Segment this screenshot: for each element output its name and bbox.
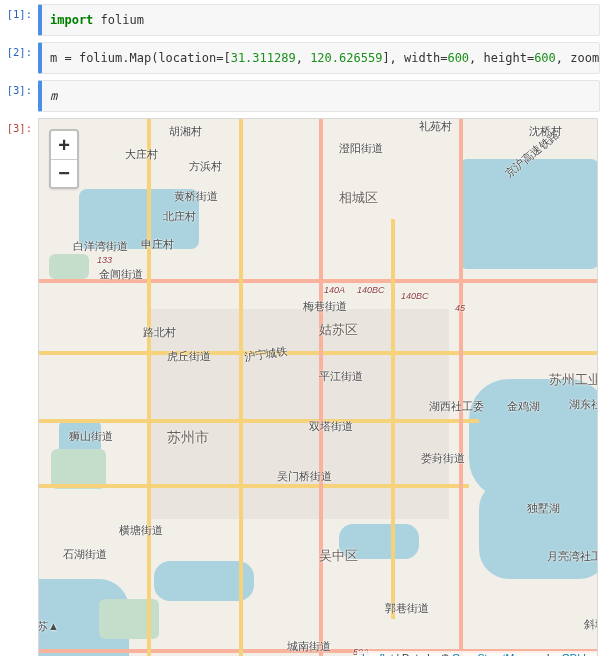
map-label: 140A <box>324 285 345 295</box>
attribution-osm-link[interactable]: OpenStreetMap <box>452 652 526 656</box>
width-value: 600 <box>447 51 469 65</box>
map-output[interactable]: + − 胡湘村礼苑村沈桥村大庄村方浜村澄阳街道京沪高速铁路黄桥街道北庄村相城区白… <box>38 118 598 656</box>
code-cell-1[interactable]: import folium <box>38 4 600 36</box>
input-prompt-2: [2]: <box>0 42 38 74</box>
map-label: 大庄村 <box>125 147 158 162</box>
map-label: 胡湘村 <box>169 124 202 139</box>
map-label: 城南街道 <box>287 639 331 654</box>
zoom-out-button[interactable]: − <box>51 159 77 187</box>
map-label: 白洋湾街道 <box>73 239 128 254</box>
map-label: 苏▲ <box>38 619 59 634</box>
map-label: 140BC <box>357 285 385 295</box>
map-label: 140BC <box>401 291 429 301</box>
map-label: 郭巷街道 <box>385 601 429 616</box>
keyword-import: import <box>50 13 93 27</box>
zoom-controls: + − <box>49 129 79 189</box>
input-prompt-1: [1]: <box>0 4 38 36</box>
map-label: 133 <box>97 255 112 265</box>
map-label: 斜塘 <box>584 617 598 632</box>
map-label: 申庄村 <box>141 237 174 252</box>
map-label: 娄葑街道 <box>421 451 465 466</box>
map-label: 湖东社工 <box>569 397 598 412</box>
map-label: 路北村 <box>143 325 176 340</box>
map-label: 独墅湖 <box>527 501 560 516</box>
module-name: folium <box>101 13 144 27</box>
map-attribution: Leaflet | Data by © OpenStreetMap, under… <box>357 651 597 656</box>
map-label: 金阊街道 <box>99 267 143 282</box>
lon-value: 120.626559 <box>310 51 382 65</box>
height-value: 600 <box>534 51 556 65</box>
map-label: 石湖街道 <box>63 547 107 562</box>
map-label: 苏州市 <box>167 429 209 447</box>
map-label: 45 <box>455 303 465 313</box>
map-label: 北庄村 <box>163 209 196 224</box>
map-label: 姑苏区 <box>319 321 358 339</box>
map-label: 澄阳街道 <box>339 141 383 156</box>
output-prompt-3: [3]: <box>0 118 38 656</box>
map-label: 月亮湾社工委 <box>547 549 598 564</box>
attribution-odbl-link[interactable]: ODbL <box>562 652 589 656</box>
input-prompt-3: [3]: <box>0 80 38 112</box>
code-cell-3[interactable]: m <box>38 80 600 112</box>
map-label: 黄桥街道 <box>174 189 218 204</box>
map-label: 金鸡湖 <box>507 399 540 414</box>
map-label: 湖西社工委 <box>429 399 484 414</box>
map-label: 相城区 <box>339 189 378 207</box>
map-label: 双塔街道 <box>309 419 353 434</box>
attribution-leaflet-link[interactable]: Leaflet <box>362 652 394 656</box>
map-label: 狮山街道 <box>69 429 113 444</box>
map-label: 礼苑村 <box>419 119 452 134</box>
map-label: 苏州工业园[ <box>549 371 598 389</box>
zoom-in-button[interactable]: + <box>51 131 77 159</box>
map-label: 平江街道 <box>319 369 363 384</box>
lat-value: 31.311289 <box>231 51 296 65</box>
map-label: 梅巷街道 <box>303 299 347 314</box>
map-label: 横塘街道 <box>119 523 163 538</box>
code-cell-2[interactable]: m = folium.Map(location=[31.311289, 120.… <box>38 42 600 74</box>
map-label: 方浜村 <box>189 159 222 174</box>
map-label: 吴中区 <box>319 547 358 565</box>
map-label: 虎丘街道 <box>167 349 211 364</box>
map-label: 吴门桥街道 <box>277 469 332 484</box>
map-tiles <box>39 119 597 656</box>
